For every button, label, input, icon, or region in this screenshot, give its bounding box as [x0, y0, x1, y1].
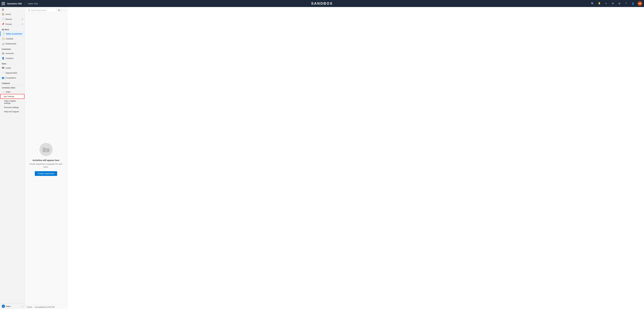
contacts-icon: 👤: [2, 57, 4, 59]
hamburger-button[interactable]: ☰: [2, 8, 4, 11]
svg-point-5: [46, 150, 46, 151]
activities-icon: 📋: [2, 37, 4, 40]
sidebar-item-app-settings[interactable]: App Settings: [0, 94, 24, 99]
work-items-toolbar: 🔍 Search work items ⚗ ↕ ⋯: [25, 7, 67, 14]
user-icon[interactable]: 👤: [631, 1, 635, 5]
search-icon: 🔍: [28, 9, 30, 11]
top-nav-left: Dynamics 365 | Sales Hub: [2, 2, 38, 5]
search-icon[interactable]: 🔍: [590, 1, 594, 5]
top-nav: Dynamics 365 | Sales Hub SANDBOX 🔍 💡 + ⚗…: [0, 0, 644, 7]
sidebar-item-home[interactable]: 🏠 Home: [0, 12, 25, 17]
competitors-icon: 👥: [2, 76, 4, 79]
empty-state-description: Create sequences to populate the work it…: [28, 163, 64, 168]
home-icon: 🏠: [2, 13, 4, 15]
create-sequences-button[interactable]: Create sequences: [35, 171, 57, 176]
sidebar-item-label: Activities: [6, 38, 13, 40]
nav-divider: |: [24, 2, 25, 5]
sidebar-item-label: Contacts: [6, 57, 13, 59]
diamond-icon: ◇: [22, 305, 23, 307]
more-options-icon[interactable]: ⋯: [63, 9, 65, 12]
sidebar-item-label: Pinned: [6, 23, 12, 25]
sidebar-item-sales-area[interactable]: ✓ Sales: [0, 90, 25, 94]
sidebar-item-leads[interactable]: ☎ Leads: [0, 65, 25, 70]
sidebar-item-label: Leads: [6, 67, 11, 69]
svg-rect-1: [43, 148, 46, 149]
top-nav-right: 🔍 💡 + ⚗ ⚙ ? 👤 NR: [590, 1, 642, 6]
sidebar-item-pinned[interactable]: 📌 Pinned ▾: [0, 21, 25, 26]
sidebar-item-label: Recent: [6, 18, 12, 20]
user-avatar[interactable]: NR: [638, 1, 642, 6]
filter-toolbar-icon[interactable]: ⚗: [58, 9, 60, 12]
settings-icon[interactable]: ⚙: [618, 1, 622, 5]
lightning-icon: ⚡: [2, 32, 5, 35]
sidebar-item-competitors[interactable]: 👥 Competitors: [0, 75, 25, 80]
sidebar-item-label: Competitors: [6, 77, 16, 79]
lightbulb-icon[interactable]: 💡: [597, 1, 601, 5]
section-sales: Sales: [0, 61, 25, 65]
chevron-down-icon: ▾: [22, 23, 23, 25]
recent-icon: 🕐: [2, 18, 4, 20]
work-items-panel: 🔍 Search work items ⚗ ↕ ⋯ Activities wil…: [25, 7, 67, 309]
sidebar-footer[interactable]: S Sales ◇: [0, 303, 25, 309]
sidebar-item-label: Dashboards: [6, 43, 16, 45]
brand-name[interactable]: Dynamics 365: [7, 2, 22, 5]
pin-icon: 📌: [2, 23, 4, 25]
sidebar-item-sales-insights-settings[interactable]: Sales Insights settings: [0, 99, 25, 105]
sidebar-item-contacts[interactable]: 👤 Contacts: [0, 56, 25, 61]
sandbox-title: SANDBOX: [311, 1, 333, 5]
empty-icon-circle: [40, 143, 52, 156]
sort-icon[interactable]: ↕: [61, 9, 62, 11]
personal-settings-label: Personal settings: [4, 106, 19, 108]
sidebar-item-label: Accounts: [6, 52, 14, 54]
change-area-header: Change area: [0, 86, 25, 90]
sidebar-navigation: 🏠 Home 🕐 Recent ▾ 📌 Pinned ▾ My Work ⚡ S…: [0, 12, 25, 303]
help-icon[interactable]: ?: [624, 1, 628, 5]
section-customers: Customers: [0, 46, 25, 51]
sidebar-item-help-and-support[interactable]: Help and Support: [0, 109, 25, 114]
empty-state: Activities will appear here Create seque…: [25, 14, 67, 305]
sidebar-item-label: Opportunities: [6, 72, 17, 74]
waffle-menu[interactable]: [2, 2, 5, 5]
dashboard-icon: 📊: [2, 42, 4, 45]
sidebar-item-personal-settings[interactable]: Personal settings: [0, 105, 25, 109]
sales-insights-label: Sales Insights settings: [4, 100, 23, 104]
change-area-section: Change area ✓ Sales App Settings Sales I…: [0, 85, 25, 114]
app-layout: ☰ 🏠 Home 🕐 Recent ▾ 📌 Pinned ▾ My Work ⚡: [0, 7, 644, 309]
sidebar-item-label: Sales accelerator: [6, 33, 22, 35]
search-placeholder: Search work items: [31, 9, 46, 11]
app-settings-label: App Settings: [4, 95, 14, 97]
search-work-items[interactable]: 🔍 Search work items: [26, 8, 57, 12]
filter-icon[interactable]: ⚗: [611, 1, 615, 5]
status-bar: 0 items Last updated at 10:29 AM: [25, 305, 67, 309]
section-collateral: Collateral: [0, 80, 25, 85]
opportunities-icon: 📄: [2, 71, 4, 74]
leads-icon: ☎: [2, 66, 4, 69]
footer-label: Sales: [6, 305, 21, 308]
sidebar-item-activities[interactable]: 📋 Activities: [0, 36, 25, 41]
right-panel: [67, 7, 644, 309]
help-support-label: Help and Support: [4, 110, 19, 113]
sidebar: ☰ 🏠 Home 🕐 Recent ▾ 📌 Pinned ▾ My Work ⚡: [0, 7, 25, 309]
sales-area-label: Sales: [6, 91, 11, 93]
footer-icon: S: [2, 305, 5, 308]
item-count: 0 items: [26, 306, 32, 308]
app-name[interactable]: Sales Hub: [28, 2, 38, 5]
plus-icon[interactable]: +: [604, 1, 608, 5]
sidebar-item-label: Home: [6, 13, 11, 15]
folder-icon: [42, 147, 50, 152]
last-updated: Last updated at 10:29 AM: [35, 306, 55, 308]
chevron-down-icon: ▾: [22, 18, 23, 20]
section-my-work: My Work: [0, 26, 25, 31]
sidebar-header: ☰: [0, 7, 25, 12]
empty-state-title: Activities will appear here: [32, 159, 59, 161]
sidebar-item-sales-accelerator[interactable]: ⚡ Sales accelerator: [0, 31, 25, 36]
sidebar-item-opportunities[interactable]: 📄 Opportunities: [0, 70, 25, 75]
check-icon: ✓: [3, 91, 5, 93]
sidebar-item-recent[interactable]: 🕐 Recent ▾: [0, 17, 25, 21]
sidebar-item-dashboards[interactable]: 📊 Dashboards: [0, 41, 25, 46]
sidebar-item-accounts[interactable]: 🏢 Accounts: [0, 51, 25, 56]
accounts-icon: 🏢: [2, 52, 4, 55]
